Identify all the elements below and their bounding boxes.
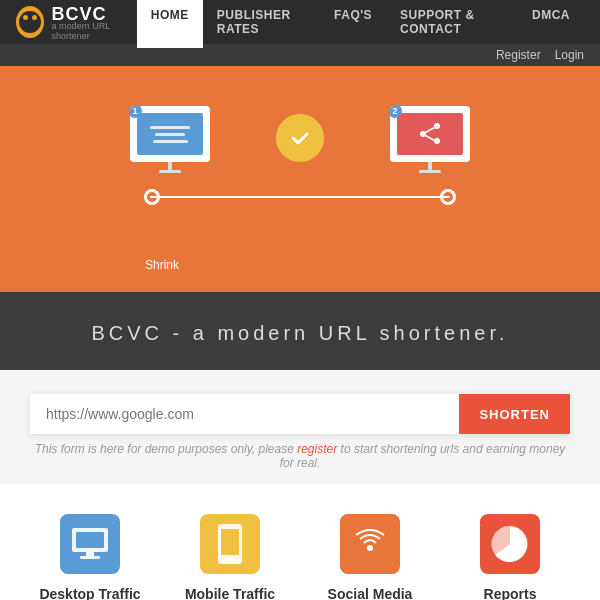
share-icon	[417, 121, 443, 147]
shorten-button[interactable]: SHORTEN	[459, 394, 570, 434]
svg-point-1	[434, 138, 440, 144]
monitor-2: 2	[390, 106, 470, 173]
social-icon	[350, 524, 390, 564]
url-form: SHORTEN	[30, 394, 570, 434]
tagline-section: BCVC - a modern URL shortener.	[0, 292, 600, 370]
brand-subtitle: a modern URL shortener	[52, 21, 137, 41]
reports-icon	[488, 522, 532, 566]
features-section: Desktop Traffic We pay higher payout for…	[0, 484, 600, 600]
monitor-2-screen: 2	[390, 106, 470, 162]
shrink-label: Shrink	[145, 258, 179, 272]
brand-logo-inner	[19, 11, 41, 33]
feature-mobile: Mobile Traffic We pay higher payout for …	[170, 514, 290, 600]
monitor-1-line1	[150, 126, 190, 129]
register-link[interactable]: Register	[496, 48, 541, 62]
nav-home[interactable]: HOME	[137, 0, 203, 48]
nav-publisher-rates[interactable]: PUBLISHER RATES	[203, 0, 320, 48]
desktop-title: Desktop Traffic	[30, 586, 150, 600]
monitor-1-line2	[155, 133, 185, 136]
feature-desktop: Desktop Traffic We pay higher payout for…	[30, 514, 150, 600]
nav-support[interactable]: SUPPORT & CONTACT	[386, 0, 518, 48]
monitor-2-inner	[397, 113, 463, 155]
hero-line	[150, 196, 450, 198]
dot-left	[144, 189, 160, 205]
mobile-icon	[216, 522, 244, 566]
desktop-icon	[70, 526, 110, 562]
monitor-2-stand	[428, 162, 432, 170]
svg-line-4	[426, 136, 435, 141]
check-icon	[288, 126, 312, 150]
monitor-1-stand	[168, 162, 172, 170]
brand: BCVC a modern URL shortener	[16, 4, 137, 41]
nav-faqs[interactable]: FAQ'S	[320, 0, 386, 48]
feature-reports: Reports Real Time, detailed and accurate…	[450, 514, 570, 600]
dot-right	[440, 189, 456, 205]
mobile-icon-bg	[200, 514, 260, 574]
brand-logo	[16, 6, 44, 38]
nav-links: HOME PUBLISHER RATES FAQ'S SUPPORT & CON…	[137, 0, 584, 48]
svg-line-3	[426, 128, 435, 133]
social-icon-bg	[340, 514, 400, 574]
svg-rect-10	[221, 529, 239, 555]
url-input[interactable]	[30, 394, 459, 434]
brand-text-group: BCVC a modern URL shortener	[52, 4, 137, 41]
url-section: SHORTEN This form is here for demo purpo…	[0, 370, 600, 484]
login-link[interactable]: Login	[555, 48, 584, 62]
monitor-2-base	[419, 170, 441, 173]
monitor-1: 1	[130, 106, 210, 173]
hero-diagram: 1	[130, 96, 470, 256]
navbar: BCVC a modern URL shortener HOME PUBLISH…	[0, 0, 600, 44]
reports-title: Reports	[450, 586, 570, 600]
monitor-1-base	[159, 170, 181, 173]
feature-social: Social Media You can make money through …	[310, 514, 430, 600]
svg-point-12	[367, 545, 373, 551]
url-note: This form is here for demo purposes only…	[30, 442, 570, 470]
svg-rect-7	[86, 552, 94, 556]
social-title: Social Media	[310, 586, 430, 600]
tagline-text: BCVC - a modern URL shortener.	[20, 322, 580, 345]
svg-rect-6	[76, 532, 104, 548]
hero-section: 1	[0, 66, 600, 292]
monitor-1-inner	[137, 113, 203, 155]
svg-point-2	[420, 131, 426, 137]
svg-point-11	[228, 557, 232, 561]
url-note-text: This form is here for demo purposes only…	[35, 442, 294, 456]
mobile-title: Mobile Traffic	[170, 586, 290, 600]
svg-rect-8	[80, 556, 100, 559]
nav-dmca[interactable]: DMCA	[518, 0, 584, 48]
check-circle	[276, 114, 324, 162]
monitor-1-screen: 1	[130, 106, 210, 162]
monitor-1-line3	[153, 140, 188, 143]
reports-icon-bg	[480, 514, 540, 574]
desktop-icon-bg	[60, 514, 120, 574]
register-link-note[interactable]: register	[297, 442, 337, 456]
svg-point-0	[434, 123, 440, 129]
